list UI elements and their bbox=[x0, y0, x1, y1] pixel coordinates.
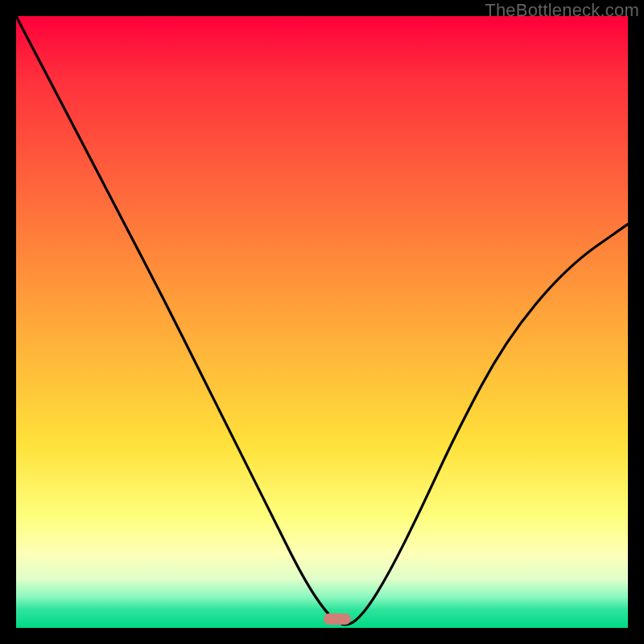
bottleneck-curve bbox=[16, 16, 628, 628]
min-marker bbox=[324, 613, 351, 625]
chart-plot-area bbox=[16, 16, 628, 628]
curve-path bbox=[16, 16, 628, 625]
watermark-text: TheBottleneck.com bbox=[485, 0, 639, 21]
chart-frame: TheBottleneck.com bbox=[0, 0, 644, 644]
